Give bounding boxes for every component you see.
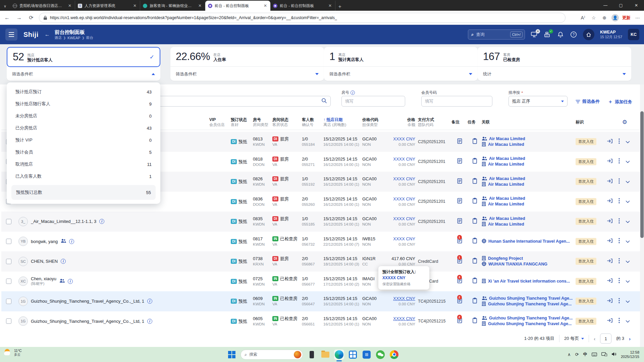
home-icon[interactable] — [583, 29, 594, 40]
browser-tab-2[interactable]: S 人力资源管理系统 ✕ — [75, 1, 140, 11]
new-tab-button[interactable]: ＋ — [335, 2, 344, 11]
current-page-input[interactable]: 1 — [600, 334, 611, 344]
per-page-select[interactable]: 20 每页 — [564, 336, 584, 342]
expand-row-icon[interactable] — [626, 318, 630, 324]
breadcrumb-page[interactable]: 前台 — [86, 36, 93, 40]
address-bar[interactable]: https://cn1.web.ep.shiji.world/individua… — [39, 13, 566, 23]
calculator-app-icon[interactable]: ⊞ — [362, 350, 372, 360]
dropdown-item[interactable]: 预计抵店随行客人9 — [7, 98, 160, 110]
window-minimize-button[interactable]: — — [598, 0, 613, 11]
sort-arrival-date[interactable]: ↑ 抵店日期离店 (房晚数) — [323, 117, 362, 127]
note-icon[interactable]: 2 — [457, 317, 463, 325]
expand-row-icon[interactable] — [626, 219, 630, 225]
hamburger-menu-icon[interactable] — [5, 28, 17, 41]
linked-profile-name[interactable]: Air Macau Limited — [489, 196, 525, 201]
expand-row-icon[interactable] — [626, 258, 630, 264]
add-task-button[interactable]: ＋ 添加任务 — [608, 99, 632, 105]
table-row[interactable]: 1GGuizhou_Shunjing_Tiancheng_Travel_Agen… — [1, 291, 640, 311]
scrollbar-thumb[interactable] — [640, 111, 644, 238]
more-actions-icon[interactable] — [619, 178, 620, 185]
row-checkbox[interactable] — [6, 299, 11, 304]
wechat-app-icon[interactable] — [375, 350, 385, 360]
clipboard-icon[interactable] — [472, 158, 477, 165]
clipboard-icon[interactable] — [472, 258, 477, 265]
expand-row-icon[interactable] — [626, 278, 630, 284]
linked-profile-name[interactable]: WUHAN TIANXIA FANGCANG — [488, 261, 547, 267]
cashier-icon[interactable]: ✓ — [544, 31, 551, 38]
global-search-input[interactable]: ⌕ 查询 Ctrl+/ — [468, 29, 525, 40]
help-icon[interactable]: ? — [570, 31, 577, 38]
microsoft-store-icon[interactable] — [348, 350, 358, 360]
check-in-icon[interactable] — [607, 258, 613, 265]
note-icon[interactable] — [457, 218, 463, 225]
info-icon[interactable]: i — [99, 219, 104, 224]
linked-profile-name[interactable]: Dongfeng Project — [488, 256, 523, 261]
taskbar-clock[interactable]: 12:58 2025/12/15 — [621, 350, 639, 359]
browser-tab-1[interactable]: 贵阳机场智选假日酒店系统网址导 ✕ — [10, 1, 75, 11]
clipboard-icon[interactable] — [472, 178, 477, 185]
more-actions-icon[interactable] — [619, 218, 620, 225]
linked-profile-name[interactable]: Air Macau Limited — [488, 222, 524, 227]
dropdown-item[interactable]: 已入住客人数1 — [7, 170, 160, 182]
hidden-icons-chevron[interactable]: ∧ — [568, 352, 571, 357]
filter-criteria-button[interactable]: 筛选条件 — [576, 99, 600, 105]
expand-row-icon[interactable] — [626, 139, 630, 145]
dropdown-item[interactable]: 取消抵店11 — [7, 158, 160, 170]
cast-display-icon[interactable] — [601, 352, 607, 358]
info-icon[interactable]: i — [69, 239, 74, 244]
linked-profile-name[interactable]: Air Macau Limited — [489, 136, 525, 142]
row-checkbox[interactable] — [6, 219, 11, 224]
expand-row-icon[interactable] — [626, 198, 630, 204]
info-icon[interactable]: i — [351, 90, 355, 95]
clipboard-icon[interactable] — [472, 138, 477, 145]
phone-link-app-icon[interactable] — [307, 350, 317, 360]
prev-page-icon[interactable]: ‹ — [594, 336, 595, 342]
table-row[interactable]: 1GGuizhou_Shunjing_Tiancheng_Travel_Agen… — [1, 311, 640, 331]
vertical-scrollbar[interactable] — [640, 84, 644, 347]
tab-close-icon[interactable]: ✕ — [328, 3, 332, 8]
property-info[interactable]: KWEAP 15 12月 12:57 — [600, 30, 622, 39]
member-number-input[interactable]: 填写 — [421, 96, 492, 107]
sort-by-select[interactable]: 抵店 正序 — [508, 96, 568, 107]
card-filter-toggle[interactable]: 筛选条件栏 — [7, 67, 160, 81]
ime-language-indicator[interactable]: 中 — [583, 352, 587, 357]
window-close-button[interactable]: ✕ — [629, 0, 644, 11]
note-icon[interactable] — [457, 178, 463, 185]
browser-profile-avatar[interactable]: 👤 — [611, 14, 619, 21]
more-actions-icon[interactable] — [619, 238, 620, 245]
file-explorer-icon[interactable] — [320, 350, 330, 360]
linked-profile-name[interactable]: Air Macau Limited — [488, 162, 524, 167]
table-row[interactable]: 3__Air_Macau_Limited__12.1-1.1, 3iDI预抵08… — [1, 212, 640, 232]
linked-profile-name[interactable]: Guizhou Shunjing Tiancheng Travel Age... — [489, 315, 573, 321]
expand-row-icon[interactable] — [626, 238, 630, 244]
touch-keyboard-icon[interactable] — [592, 352, 597, 358]
expand-row-icon[interactable] — [626, 159, 630, 165]
column-settings-gear-icon[interactable]: ⚙ — [604, 119, 639, 126]
notifications-bell-icon[interactable] — [557, 31, 564, 38]
forward-icon[interactable]: → — [14, 13, 24, 23]
read-aloud-icon[interactable]: A⁾ — [579, 15, 587, 20]
dropdown-item[interactable]: 未分房抵店0 — [7, 110, 160, 122]
refresh-icon[interactable]: ⟳ — [26, 13, 36, 23]
check-in-icon[interactable] — [607, 298, 613, 305]
card-rooms[interactable]: 167 客房 已检查房 统计 — [478, 47, 631, 81]
clipboard-icon[interactable] — [472, 198, 477, 205]
check-in-icon[interactable] — [607, 198, 613, 205]
price-value[interactable]: XXXX CNY — [388, 316, 415, 321]
linked-profile-name[interactable]: Air Macau Limited — [488, 201, 524, 207]
clipboard-icon[interactable] — [472, 317, 477, 325]
browser-tab-4-active[interactable]: 前台 - 前台控制面板 ✕ — [205, 1, 270, 11]
card-occupancy[interactable]: 22.66% 在店 入住率 筛选条件栏 — [170, 47, 324, 81]
collections-icon[interactable]: ⊕ — [601, 15, 608, 20]
sync-icon[interactable]: ⟳ — [575, 352, 579, 357]
info-icon[interactable]: i — [147, 299, 152, 304]
browser-tab-3[interactable]: 旅客查询 - 紫楠旅馆业治安信息管 ✕ — [140, 1, 205, 11]
check-in-icon[interactable] — [607, 278, 613, 285]
favorite-star-icon[interactable]: ☆ — [590, 15, 597, 20]
info-icon[interactable]: i — [147, 319, 152, 324]
table-row[interactable]: XCChen, xiaoyu(陈晓宇)iDI预抵0725KWDNIN已检查房VA… — [1, 272, 640, 292]
row-checkbox[interactable] — [6, 239, 11, 244]
table-row[interactable]: SCCHEN, SHENiDI预抵0738KRXNDI脏房VA2/0056867… — [1, 251, 640, 272]
linked-profile-name[interactable]: Air Macau Limited — [489, 176, 525, 182]
breadcrumb-hotel[interactable]: 酒店 — [55, 36, 62, 40]
